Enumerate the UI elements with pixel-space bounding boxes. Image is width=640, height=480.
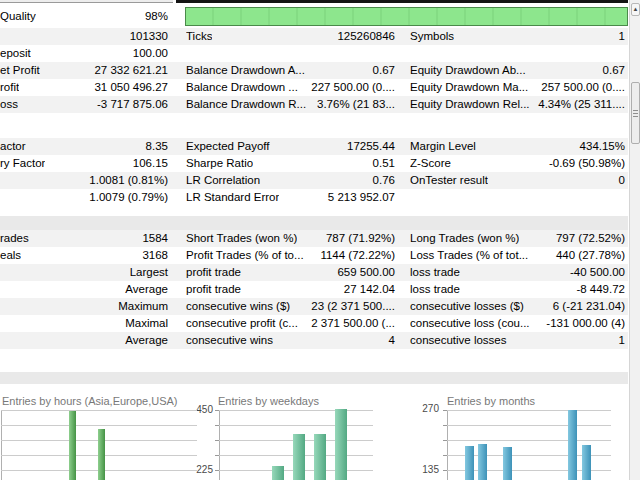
stat-row: eposit100.00 [0, 45, 628, 62]
stat-value: 0.51 [373, 155, 395, 172]
stat-label: Profit Trades (% of to... [186, 247, 304, 264]
stat-label: loss trade [410, 264, 460, 281]
stat-label: consecutive loss (cou... [410, 315, 530, 332]
entries-by-weekdays-chart [219, 410, 373, 480]
stat-row: oss-3 717 875.06 Balance Drawdown R...3.… [0, 96, 628, 113]
stat-row: ry Factor106.15 Sharpe Ratio0.51 Z-Score… [0, 155, 628, 172]
stat-value: 4.34% (25 311.... [538, 96, 625, 113]
bar [293, 434, 305, 480]
stat-value: 4 [389, 332, 395, 349]
stat-label: profit trade [186, 281, 241, 298]
stat-value: -131 000.00 (4) [546, 315, 625, 332]
stat-label: Z-Score [410, 155, 451, 172]
stat-value: 3.76% (21 83... [317, 96, 395, 113]
stat-label: eposit [0, 45, 31, 62]
stat-value: 787 (71.92%) [326, 230, 395, 247]
stat-value: 17255.44 [347, 138, 395, 155]
stat-label: Quality [0, 4, 36, 28]
bar [335, 409, 347, 480]
stat-label: et Profit [0, 62, 40, 79]
scroll-up-button[interactable]: ▲ [631, 3, 640, 16]
stat-label: eals [0, 247, 21, 264]
stat-value: 1.0079 (0.79%) [89, 189, 168, 206]
stat-label: Sharpe Ratio [186, 155, 253, 172]
stat-label: Equity Drawdown Ab... [410, 62, 526, 79]
stat-value: 101330 [130, 28, 168, 45]
stat-label: Symbols [410, 28, 454, 45]
stat-label: Balance Drawdown ... [186, 79, 298, 96]
stat-value: -8 449.72 [576, 281, 625, 298]
bar [272, 466, 284, 480]
stat-row: Largest profit trade659 500.00 loss trad… [0, 264, 628, 281]
stat-value: 0.67 [603, 62, 625, 79]
bar [465, 446, 474, 480]
stat-value: 797 (72.52%) [556, 230, 625, 247]
stat-row: 101330 Ticks125260846 Symbols1 [0, 28, 628, 45]
stat-label: Equity Drawdown Ma... [410, 79, 528, 96]
chart-panel-edge [176, 0, 628, 3]
stat-label: OnTester result [410, 172, 488, 189]
stat-label: actor [0, 138, 26, 155]
stat-label: consecutive losses [410, 332, 507, 349]
backtest-report-panel: Quality 98% 101330 Ticks125260846 Symbol… [0, 0, 640, 480]
stat-label: loss trade [410, 281, 460, 298]
stat-row: 1.0079 (0.79%) LR Standard Error5 213 95… [0, 189, 628, 206]
stat-value: 125260846 [337, 28, 395, 45]
bar [478, 444, 487, 480]
chart-title-months: Entries by months [447, 395, 535, 407]
stat-label: Long Trades (won %) [410, 230, 519, 247]
section-separator [0, 372, 628, 384]
stat-label: rades [0, 230, 29, 247]
stat-value: 257 500.00 (0.... [541, 79, 625, 96]
stat-value: 3168 [142, 247, 168, 264]
stat-value: -40 500.00 [570, 264, 625, 281]
stat-row: actor8.35 Expected Payoff17255.44 Margin… [0, 138, 628, 155]
stat-label: consecutive wins ($) [186, 298, 290, 315]
bar [314, 434, 326, 480]
stat-value: 8.35 [146, 138, 168, 155]
stat-value: 6 (-21 231.04) [553, 298, 625, 315]
bar [98, 429, 105, 480]
stat-label: Short Trades (won %) [186, 230, 297, 247]
stat-label: consecutive wins [186, 332, 273, 349]
y-axis-label: 270 [413, 404, 439, 414]
stat-value: 227 500.00 (0.... [311, 79, 395, 96]
scrollbar-thumb[interactable] [631, 82, 640, 144]
stat-label: consecutive profit (c... [186, 315, 298, 332]
bar [582, 445, 591, 480]
stat-label: Expected Payoff [186, 138, 270, 155]
stat-label: Balance Drawdown A... [186, 62, 305, 79]
stat-value: 0.76 [373, 172, 395, 189]
stat-value: 1144 (72.22%) [320, 247, 395, 264]
stat-label: LR Correlation [186, 172, 260, 189]
stat-value: Maximum [118, 298, 168, 315]
stat-label: consecutive losses ($) [410, 298, 524, 315]
stat-label: oss [0, 96, 18, 113]
stat-value: 31 050 496.27 [94, 79, 168, 96]
stat-row: et Profit27 332 621.21 Balance Drawdown … [0, 62, 628, 79]
thumb-grip-icon [633, 113, 638, 114]
vertical-scrollbar[interactable]: ▲ [629, 0, 640, 480]
history-quality-progress-bar [185, 7, 628, 26]
entries-by-months-chart [447, 410, 611, 480]
stat-value: 1.0081 (0.81%) [89, 172, 168, 189]
stat-value: Average [125, 332, 168, 349]
stat-value: 1 [619, 28, 625, 45]
chart-title-weekdays: Entries by weekdays [218, 395, 319, 407]
stat-value: 1584 [142, 230, 168, 247]
stat-row: Maximum consecutive wins ($)23 (2 371 50… [0, 298, 628, 315]
stat-value: 0 [619, 172, 625, 189]
stat-value: 2 371 500.00 (... [311, 315, 395, 332]
top-panel-edge [0, 0, 173, 3]
thumb-grip-icon [633, 110, 638, 111]
stat-label: profit trade [186, 264, 241, 281]
stat-value: 434.15% [580, 138, 625, 155]
stat-value: 27 142.04 [344, 281, 395, 298]
stat-value: 98% [145, 4, 168, 28]
stat-row: Average consecutive wins4 consecutive lo… [0, 332, 628, 349]
stat-row: Maximal consecutive profit (c...2 371 50… [0, 315, 628, 332]
entries-by-hours-chart [1, 410, 197, 480]
stat-value: -3 717 875.06 [97, 96, 168, 113]
stat-row: Average profit trade27 142.04 loss trade… [0, 281, 628, 298]
stat-value: Maximal [125, 315, 168, 332]
